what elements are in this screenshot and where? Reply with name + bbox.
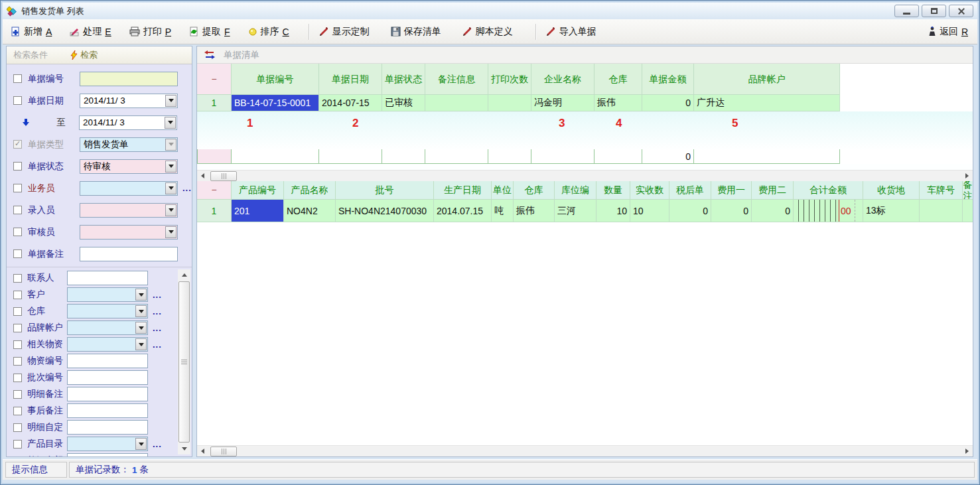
company-cell[interactable]: 冯金明 [531,95,595,111]
scrollbar-thumb[interactable] [178,281,190,443]
chevron-down-icon[interactable] [135,289,147,301]
header-cell[interactable]: 批号 [336,181,434,200]
process-button[interactable]: 处理E [70,26,111,38]
doc-status-combo[interactable]: 待审核 [80,159,178,174]
scroll-right-button[interactable] [961,446,973,457]
warehouse-combo[interactable] [67,304,148,318]
material-code-input[interactable] [67,354,148,368]
scrollbar-thumb[interactable] [210,171,237,181]
destination-cell[interactable]: 13标 [863,200,920,222]
product-code-cell-selected[interactable]: 201 [232,200,284,222]
header-cell[interactable]: − [197,64,232,95]
items-hscrollbar[interactable] [197,445,973,456]
after-remark-input[interactable] [67,403,148,418]
sidebar-scrollbar[interactable] [178,269,190,454]
orders-hscrollbar[interactable] [197,170,973,181]
brand-account-cell[interactable]: 广升达 [694,95,840,111]
scroll-down-button[interactable] [178,443,190,454]
batch-code-input[interactable] [67,370,148,385]
plate-number-cell[interactable] [920,200,963,222]
doc-amount-input[interactable] [67,453,148,456]
header-cell[interactable]: 单据状态 [382,64,425,95]
print-button[interactable]: 打印P [129,26,171,38]
close-button[interactable] [949,5,973,17]
import-button[interactable]: 导入单据 [546,26,600,38]
checkbox[interactable] [13,423,22,432]
script-define-button[interactable]: 脚本定义 [462,26,516,38]
maximize-button[interactable] [922,5,946,17]
checkbox[interactable] [13,162,22,171]
related-material-combo[interactable] [67,337,148,352]
warehouse-cell[interactable]: 振伟 [595,95,642,111]
chevron-down-icon[interactable] [165,161,176,173]
return-button[interactable]: 返回R [928,26,968,38]
scroll-right-button[interactable] [961,171,973,182]
date-to-combo[interactable]: 2014/11/ 3 [79,115,177,130]
header-cell[interactable]: 仓库 [595,64,642,95]
row-index-cell[interactable]: 1 [197,200,232,222]
received-qty-cell[interactable]: 10 [630,200,669,222]
header-cell[interactable]: 打印次数 [488,64,531,95]
orders-table-row[interactable]: 1 BB-14-07-15-0001 2014-07-15 已审核 冯金明 振伟… [197,95,973,111]
chevron-down-icon[interactable] [165,182,176,194]
display-customize-button[interactable]: 显示定制 [319,26,373,38]
header-cell[interactable]: 备注 [963,181,973,200]
more-button[interactable]: ... [153,290,162,300]
header-cell[interactable]: 产品编号 [232,181,284,200]
doc-date-cell[interactable]: 2014-07-15 [319,95,382,111]
header-cell[interactable]: 合计金额 [794,181,863,200]
product-catalog-combo[interactable] [67,437,148,451]
customer-combo[interactable] [67,287,148,302]
doc-number-cell-selected[interactable]: BB-14-07-15-0001 [232,95,319,111]
checkbox[interactable] [13,357,22,366]
more-button[interactable]: ... [153,307,162,316]
checkbox[interactable] [13,206,22,214]
salesperson-combo[interactable] [80,181,178,196]
fee1-cell[interactable]: 0 [711,200,752,222]
fee2-cell[interactable]: 0 [752,200,794,222]
amount-cell[interactable]: 0 [642,95,694,111]
header-cell[interactable]: 产品名称 [284,181,336,200]
header-cell[interactable]: 库位编 [555,181,596,200]
header-cell[interactable]: 品牌帐户 [694,64,840,95]
header-cell[interactable]: − [197,181,232,200]
chevron-down-icon[interactable] [165,204,176,216]
checkbox[interactable] [13,291,22,299]
header-cell[interactable]: 车牌号 [920,181,963,200]
checkbox[interactable] [13,324,22,332]
location-cell[interactable]: 三河 [555,200,596,222]
checkbox[interactable] [13,184,22,192]
doc-number-input[interactable] [80,72,178,86]
header-cell[interactable]: 收货地 [863,181,920,200]
tax-price-cell[interactable]: 0 [669,200,711,222]
checkbox[interactable] [13,456,22,457]
header-cell[interactable]: 单据编号 [232,64,319,95]
header-cell[interactable]: 单位 [492,181,514,200]
header-cell[interactable]: 企业名称 [531,64,595,95]
more-button[interactable]: ... [153,439,162,449]
scroll-up-button[interactable] [178,269,190,281]
doc-remark-input[interactable] [80,247,178,261]
entry-clerk-combo[interactable] [80,203,178,218]
chevron-down-icon[interactable] [165,95,176,107]
save-list-button[interactable]: 保存清单 [391,26,445,38]
more-button[interactable]: ... [153,323,162,333]
chevron-down-icon[interactable] [135,338,147,350]
extract-button[interactable]: 提取F [189,26,230,38]
checkbox[interactable] [13,274,22,283]
header-cell[interactable]: 生产日期 [434,181,492,200]
product-name-cell[interactable]: NO4N2 [284,200,336,222]
doc-status-cell[interactable]: 已审核 [382,95,425,111]
detail-remark-input[interactable] [67,387,148,401]
more-button[interactable]: ... [182,183,192,193]
header-cell[interactable]: 备注信息 [425,64,488,95]
items-table-row[interactable]: 1 201 NO4N2 SH-NO4N214070030 2014.07.15 … [197,200,973,222]
batch-cell[interactable]: SH-NO4N214070030 [336,200,434,222]
checkbox[interactable] [13,74,22,83]
checkbox[interactable] [13,228,22,236]
warehouse-cell[interactable]: 振伟 [514,200,555,222]
checkbox[interactable] [13,390,22,399]
production-date-cell[interactable]: 2014.07.15 [434,200,492,222]
minimize-button[interactable] [894,5,919,17]
note-cell[interactable] [963,200,973,222]
